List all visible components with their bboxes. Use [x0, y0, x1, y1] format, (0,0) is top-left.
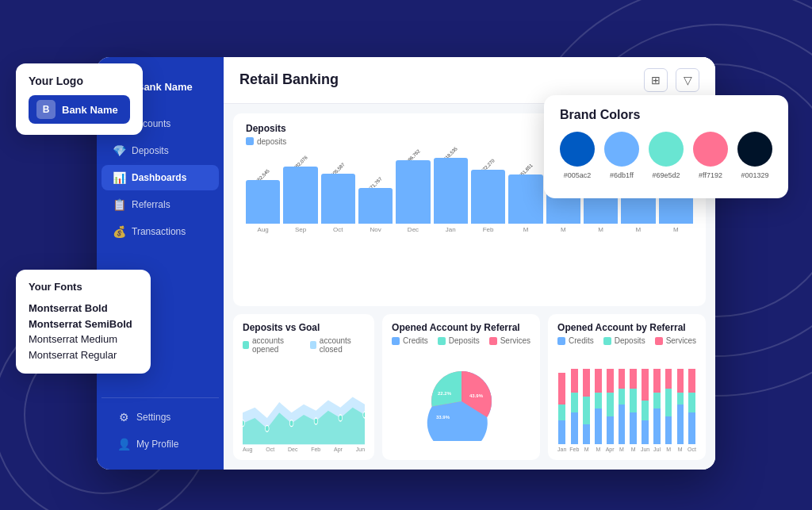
dvg-label-opened: accounts opened [252, 336, 301, 354]
stacked-title: Opened Account by Referral [557, 322, 696, 333]
deposits-legend-dot [246, 137, 254, 145]
stacked-label-deposits: Deposits [615, 336, 645, 345]
stacked-legend: Credits Deposits Services [557, 336, 696, 345]
stacked-segment [630, 412, 637, 444]
filter-icon: ▽ [684, 74, 692, 86]
bar-segment [283, 167, 317, 224]
swatch-circle-2 [604, 132, 639, 167]
stacked-segment [677, 393, 684, 405]
sidebar-item-deposits[interactable]: 💎 Deposits [102, 138, 219, 163]
stacked-bar-group: M [618, 369, 626, 452]
stacked-axis-label: M [631, 447, 636, 452]
logo-card: Your Logo B Bank Name [16, 63, 143, 135]
font-bold-sample: Montserrat Bold [29, 301, 138, 316]
stacked-segment [630, 389, 637, 412]
profile-label: My Profile [136, 439, 178, 450]
stacked-label-credits: Credits [569, 336, 594, 345]
stacked-segment [653, 393, 661, 408]
deposits-legend-label: deposits [257, 137, 286, 146]
pie-label-credits: Credits [403, 336, 428, 345]
bar-axis-label: M [598, 226, 603, 233]
svg-point-1 [266, 426, 270, 432]
bar-axis-label: Aug [258, 226, 269, 233]
bar-segment [471, 170, 505, 224]
grid-view-button[interactable]: ⊞ [644, 68, 668, 92]
stacked-bar-group: M [594, 369, 603, 452]
dvg-label-closed: accounts closed [320, 336, 365, 354]
sidebar-item-settings[interactable]: ⚙ Settings [106, 405, 214, 430]
sidebar-item-profile[interactable]: 👤 My Profile [106, 431, 214, 457]
stacked-bar-group: Jun [641, 369, 649, 452]
stacked-segment [619, 405, 626, 444]
bar-axis-label: Sep [295, 226, 306, 233]
stacked-bar-group: M [665, 369, 673, 452]
stacked-segment [558, 405, 565, 420]
stacked-bar-group: M [629, 369, 638, 452]
stacked-axis-label: Oct [688, 447, 696, 452]
pie-legend-deposits: Deposits [438, 336, 480, 345]
bar-segment [434, 158, 468, 224]
stacked-segment [571, 412, 579, 444]
stacked-segment [607, 369, 614, 393]
bank-icon: B [36, 100, 56, 119]
stacked-legend-deposits: Deposits [603, 336, 645, 345]
stacked-segment [630, 369, 637, 389]
stacked-axis-label: M [596, 447, 600, 452]
stacked-segment [595, 393, 602, 408]
settings-label: Settings [136, 412, 170, 423]
sidebar-bottom: ⚙ Settings 👤 My Profile [102, 397, 219, 457]
stacked-segment [595, 369, 602, 393]
bar-group: 2,622,270Feb [471, 152, 505, 233]
swatch-label-2: #6db1ff [610, 171, 634, 179]
stacked-bar-group: M [582, 369, 591, 452]
dvg-axis-1: Aug [243, 447, 252, 452]
sidebar-item-dashboards[interactable]: 📊 Dashboards [102, 165, 219, 190]
stacked-axis-label: M [619, 447, 624, 452]
deposits-icon: 💎 [113, 144, 125, 157]
sidebar-item-transactions[interactable]: 💰 Transactions [102, 219, 219, 244]
bank-name-label: Bank Name [62, 104, 118, 116]
stacked-segment [677, 405, 684, 444]
sidebar-item-referrals[interactable]: 📋 Referrals [102, 192, 219, 217]
bar-group: 3,718,535Jan [434, 152, 468, 233]
dvg-axis-6: Jun [356, 447, 365, 452]
page-title: Retail Banking [239, 71, 339, 88]
bar-axis-label: Nov [370, 226, 381, 233]
stacked-segment [665, 369, 672, 389]
stacked-segment [607, 416, 614, 444]
fonts-card: Your Fonts Montserrat Bold Montserrat Se… [16, 270, 151, 374]
stacked-segment [571, 393, 579, 412]
referrals-label: Referrals [132, 199, 170, 210]
color-swatch-2: #6db1ff [604, 132, 639, 179]
bank-name-badge: B Bank Name [29, 95, 130, 124]
stacked-dot-services [655, 337, 663, 345]
stacked-axis-label: Apr [606, 447, 615, 452]
color-swatch-1: #005ac2 [560, 132, 595, 179]
stacked-segment [558, 373, 565, 405]
sidebar-bank-name: Bank Name [136, 81, 193, 93]
stacked-segment [583, 397, 590, 424]
bar-group: 1,671,767Nov [358, 152, 393, 233]
logo-card-title: Your Logo [29, 75, 130, 87]
bar-group: 3,096,762Dec [396, 152, 430, 233]
svg-point-4 [339, 415, 343, 421]
bar-segment [321, 174, 355, 224]
bar-axis-label: M [636, 226, 642, 233]
bar-group: 2,052,545Aug [246, 152, 280, 233]
stacked-segment [665, 416, 672, 444]
filter-button[interactable]: ▽ [676, 68, 699, 92]
swatch-label-1: #005ac2 [564, 171, 592, 179]
stacked-segment [595, 408, 602, 444]
bar-axis-label: Dec [408, 226, 419, 233]
stacked-segment [688, 412, 695, 444]
bottom-charts-row: Deposits vs Goal accounts opened account… [233, 314, 706, 459]
stacked-legend-services: Services [655, 336, 696, 345]
pie-legend-services: Services [489, 336, 530, 345]
bar-segment [246, 180, 280, 224]
svg-text:33.9%: 33.9% [436, 415, 450, 420]
transactions-label: Transactions [132, 226, 186, 237]
deposits-vs-goal-card: Deposits vs Goal accounts opened account… [233, 314, 374, 459]
stacked-bar-group: Feb [569, 369, 579, 452]
bar-segment [396, 160, 430, 224]
pie-svg: 43.9% 33.9% 22.2% [422, 362, 501, 441]
